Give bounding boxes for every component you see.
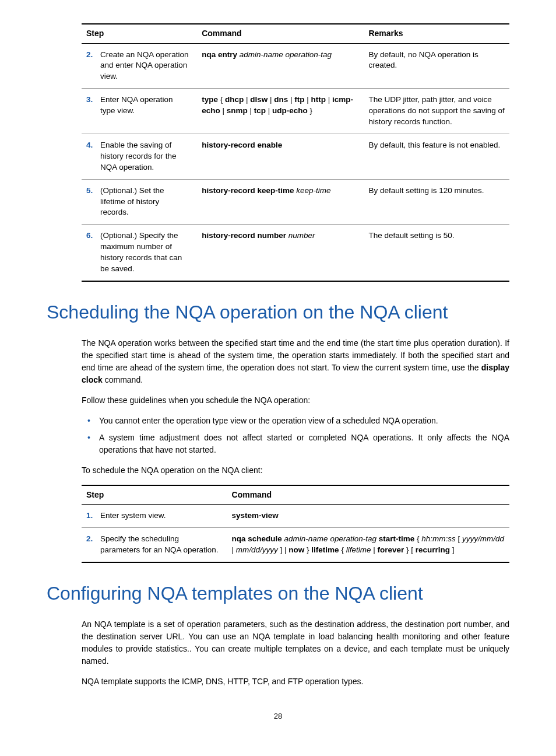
table2-body: 1.Enter system view.system-view2.Specify… — [82, 505, 509, 562]
steps-table-1: Step Command Remarks 2.Create an NQA ope… — [82, 23, 509, 282]
table-row: 2.Create an NQA operation and enter NQA … — [82, 43, 509, 89]
step-text: (Optional.) Specify the maximum number o… — [100, 230, 189, 275]
table1-body: 2.Create an NQA operation and enter NQA … — [82, 43, 509, 281]
th-remarks: Remarks — [364, 24, 509, 43]
step-number: 4. — [86, 140, 100, 151]
table-row: 5.(Optional.) Set the lifetime of histor… — [82, 179, 509, 225]
command-cell: type { dhcp | dlsw | dns | ftp | http | … — [197, 89, 364, 134]
step-text: Specify the scheduling parameters for an… — [100, 534, 219, 556]
table-row: 3.Enter NQA operation type view.type { d… — [82, 89, 509, 134]
heading-templates: Configuring NQA templates on the NQA cli… — [47, 580, 509, 607]
remarks-cell: By default setting is 120 minutes. — [364, 179, 509, 225]
remarks-cell: By default, this feature is not enabled. — [364, 134, 509, 179]
th-command: Command — [227, 485, 509, 505]
table-row: 4.Enable the saving of history records f… — [82, 134, 509, 179]
step-number: 3. — [86, 94, 100, 106]
steps-table-2: Step Command 1.Enter system view.system-… — [82, 485, 509, 563]
table-row: 2.Specify the scheduling parameters for … — [82, 528, 509, 562]
th-step: Step — [82, 485, 227, 505]
remarks-cell: By default, no NQA operation is created. — [364, 43, 509, 89]
command-cell: history-record enable — [197, 134, 364, 179]
command-cell: system-view — [227, 505, 509, 528]
step-text: Enable the saving of history records for… — [100, 140, 189, 173]
heading-scheduling: Scheduling the NQA operation on the NQA … — [47, 299, 509, 326]
command-cell: nqa entry admin-name operation-tag — [197, 43, 364, 89]
para-templates-2: NQA template supports the ICMP, DNS, HTT… — [82, 676, 509, 688]
command-cell: history-record number number — [197, 225, 364, 281]
step-number: 6. — [86, 230, 100, 242]
page-number: 28 — [47, 711, 509, 722]
table-row: 1.Enter system view.system-view — [82, 505, 509, 528]
step-number: 1. — [86, 510, 100, 522]
step-text: Create an NQA operation and enter NQA op… — [100, 50, 189, 83]
para-templates-1: An NQA template is a set of operation pa… — [82, 618, 509, 667]
step-text: Enter NQA operation type view. — [100, 94, 189, 117]
list-item: You cannot enter the operation type view… — [99, 415, 509, 427]
step-number: 2. — [86, 50, 100, 61]
step-text: Enter system view. — [100, 510, 219, 522]
para-guidelines-intro: Follow these guidelines when you schedul… — [82, 394, 509, 407]
remarks-cell: The UDP jitter, path jitter, and voice o… — [364, 89, 509, 134]
table-row: 6.(Optional.) Specify the maximum number… — [82, 225, 509, 281]
step-number: 5. — [86, 186, 100, 197]
step-number: 2. — [86, 534, 100, 545]
step-text: (Optional.) Set the lifetime of history … — [100, 186, 189, 219]
guidelines-list: You cannot enter the operation type view… — [82, 415, 509, 456]
para-scheduling-intro: The NQA operation works between the spec… — [82, 337, 509, 386]
th-step: Step — [82, 24, 197, 43]
command-cell: history-record keep-time keep-time — [197, 179, 364, 225]
list-item: A system time adjustment does not affect… — [99, 432, 509, 456]
remarks-cell: The default setting is 50. — [364, 225, 509, 281]
command-cell: nqa schedule admin-name operation-tag st… — [227, 528, 509, 562]
th-command: Command — [197, 24, 364, 43]
para-schedule-lead: To schedule the NQA operation on the NQA… — [82, 464, 509, 477]
